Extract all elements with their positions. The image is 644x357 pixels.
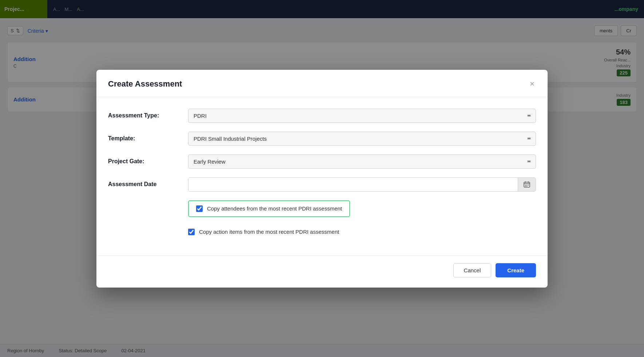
copy-attendees-checkbox[interactable]: [196, 205, 203, 212]
create-assessment-modal: Create Assessment × Assessment Type: PDR…: [96, 70, 548, 288]
template-select[interactable]: PDRI Small Industrial Projects PDRI Larg…: [188, 132, 536, 146]
modal-close-button[interactable]: ×: [528, 79, 536, 89]
svg-rect-7: [525, 186, 526, 186]
copy-action-items-wrap: Copy action items from the most recent P…: [188, 224, 339, 240]
svg-rect-4: [525, 185, 526, 185]
svg-rect-6: [528, 185, 529, 185]
assessment-date-row: Assessment Date: [108, 177, 536, 192]
assessment-date-control: [188, 177, 536, 192]
assessment-type-select[interactable]: PDRI FEL Other: [188, 109, 536, 123]
svg-rect-8: [526, 186, 527, 186]
template-control: PDRI Small Industrial Projects PDRI Larg…: [188, 132, 536, 146]
modal-header: Create Assessment ×: [96, 70, 548, 97]
cancel-button[interactable]: Cancel: [453, 263, 492, 277]
assessment-type-label: Assessment Type:: [108, 112, 188, 119]
calendar-icon[interactable]: [518, 178, 536, 191]
assessment-date-label: Assessment Date: [108, 181, 188, 188]
project-gate-row: Project Gate: Early Review Gate 1 Gate 2…: [108, 155, 536, 169]
project-gate-control: Early Review Gate 1 Gate 2 Gate 3: [188, 155, 536, 169]
svg-rect-5: [526, 185, 527, 185]
modal-footer: Cancel Create: [96, 256, 548, 288]
create-button[interactable]: Create: [496, 263, 536, 277]
modal-overlay: Create Assessment × Assessment Type: PDR…: [0, 0, 644, 357]
copy-action-items-checkbox[interactable]: [188, 229, 195, 235]
copy-action-items-label[interactable]: Copy action items from the most recent P…: [199, 229, 339, 235]
template-row: Template: PDRI Small Industrial Projects…: [108, 132, 536, 146]
assessment-date-input[interactable]: [188, 178, 518, 191]
modal-title: Create Assessment: [108, 79, 182, 89]
project-gate-label: Project Gate:: [108, 158, 188, 165]
copy-attendees-row: Copy attendees from the most recent PDRI…: [108, 200, 536, 217]
template-label: Template:: [108, 135, 188, 142]
copy-attendees-highlighted-wrap: Copy attendees from the most recent PDRI…: [188, 200, 350, 217]
copy-attendees-label[interactable]: Copy attendees from the most recent PDRI…: [207, 205, 342, 212]
assessment-date-wrap: [188, 177, 536, 192]
assessment-type-row: Assessment Type: PDRI FEL Other: [108, 109, 536, 123]
copy-action-items-row: Copy action items from the most recent P…: [108, 224, 536, 240]
project-gate-select[interactable]: Early Review Gate 1 Gate 2 Gate 3: [188, 155, 536, 169]
assessment-type-control: PDRI FEL Other: [188, 109, 536, 123]
modal-body: Assessment Type: PDRI FEL Other Template…: [96, 97, 548, 256]
